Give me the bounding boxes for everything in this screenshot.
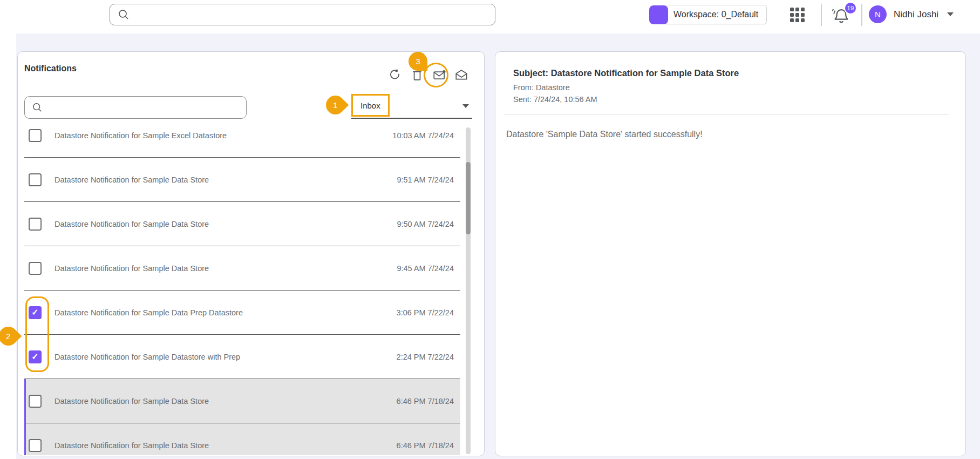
list-scrollbar-thumb[interactable] [466, 162, 471, 234]
row-checkbox[interactable] [29, 129, 42, 142]
notification-row[interactable]: Datastore Notification for Sample Excel … [24, 127, 460, 158]
search-icon [118, 9, 130, 21]
mail-open-icon [454, 68, 468, 82]
notifications-toolbar [388, 68, 468, 82]
row-checkbox-checked[interactable]: ✓ [29, 350, 42, 363]
refresh-icon [389, 69, 401, 82]
user-menu[interactable]: N Nidhi Joshi [869, 5, 954, 23]
notification-title: Datastore Notification for Sample Data S… [55, 264, 209, 273]
annotation-step-3: 3 [409, 52, 427, 71]
notification-title: Datastore Notification for Sample Data S… [55, 176, 209, 184]
notifications-search[interactable] [24, 96, 247, 119]
page-title: Notifications [24, 64, 77, 73]
detail-sent: Sent: 7/24/24, 10:56 AM [513, 95, 597, 104]
notifications-panel: Notifications [17, 51, 485, 456]
detail-divider [504, 114, 949, 115]
list-scrollbar[interactable] [466, 127, 471, 454]
notification-title: Datastore Notification for Sample Data S… [55, 220, 209, 228]
notification-time: 6:46 PM 7/18/24 [397, 441, 454, 450]
notification-time: 9:45 AM 7/24/24 [397, 264, 454, 273]
workspace-selector[interactable]: Workspace: 0_Default [649, 5, 767, 24]
workspace-label: Workspace: 0_Default [664, 5, 767, 24]
row-checkbox[interactable] [29, 262, 42, 275]
notification-list: Datastore Notification for Sample Excel … [24, 127, 460, 455]
notification-title: Datastore Notification for Sample Excel … [55, 131, 227, 140]
notification-row[interactable]: Datastore Notification for Sample Data S… [24, 202, 460, 246]
notification-time: 2:24 PM 7/22/24 [397, 353, 454, 361]
top-header: Workspace: 0_Default 19 N Nidhi Joshi [0, 0, 980, 33]
notification-row[interactable]: Datastore Notification for Sample Data S… [24, 379, 460, 423]
row-checkbox[interactable] [29, 439, 42, 452]
notification-title: Datastore Notification for Sample Data S… [55, 441, 209, 450]
row-checkbox[interactable] [29, 173, 42, 186]
notification-row[interactable]: ✓Datastore Notification for Sample Datas… [24, 335, 460, 379]
chevron-down-icon [462, 104, 469, 108]
detail-body: Datastore 'Sample Data Store' started su… [506, 130, 703, 139]
notification-row[interactable]: ✓Datastore Notification for Sample Data … [24, 291, 460, 335]
header-divider [821, 4, 822, 26]
notification-title: Datastore Notification for Sample Datast… [55, 353, 240, 361]
notification-time: 9:51 AM 7/24/24 [397, 176, 454, 184]
folder-dropdown-value: Inbox [351, 94, 390, 117]
folder-dropdown[interactable]: Inbox [351, 94, 472, 119]
notification-time: 6:46 PM 7/18/24 [397, 397, 454, 406]
global-search[interactable] [110, 4, 495, 25]
notification-time: 3:06 PM 7/22/24 [397, 308, 454, 317]
notification-title: Datastore Notification for Sample Data P… [55, 308, 243, 317]
notification-row[interactable]: Datastore Notification for Sample Data S… [24, 423, 460, 455]
notification-time: 9:50 AM 7/24/24 [397, 220, 454, 228]
row-checkbox[interactable] [29, 395, 42, 408]
mail-unread-icon [432, 68, 446, 82]
notifications-search-input[interactable] [48, 103, 246, 112]
mark-read-button[interactable] [454, 68, 468, 82]
notification-row[interactable]: Datastore Notification for Sample Data S… [24, 158, 460, 202]
search-icon [32, 102, 43, 113]
notification-count-badge: 19 [844, 2, 857, 15]
notification-title: Datastore Notification for Sample Data S… [55, 397, 209, 406]
notifications-bell-button[interactable]: 19 [831, 6, 855, 27]
avatar: N [869, 5, 887, 23]
notification-row[interactable]: Datastore Notification for Sample Data S… [24, 246, 460, 291]
detail-subject: Subject: Datastore Notification for Samp… [513, 68, 739, 78]
workspace-color-swatch [649, 5, 668, 24]
chevron-down-icon [947, 12, 954, 16]
row-checkbox-checked[interactable]: ✓ [29, 306, 42, 319]
header-divider [861, 4, 862, 26]
mark-unread-button[interactable] [432, 68, 446, 82]
refresh-button[interactable] [388, 68, 402, 82]
notification-time: 10:03 AM 7/24/24 [392, 131, 454, 140]
app-launcher-icon[interactable] [790, 8, 805, 23]
user-name: Nidhi Joshi [894, 9, 938, 20]
global-search-input[interactable] [135, 10, 495, 19]
notification-detail-panel: Subject: Datastore Notification for Samp… [495, 51, 966, 456]
row-checkbox[interactable] [29, 218, 42, 231]
detail-from: From: Datastore [513, 83, 570, 92]
